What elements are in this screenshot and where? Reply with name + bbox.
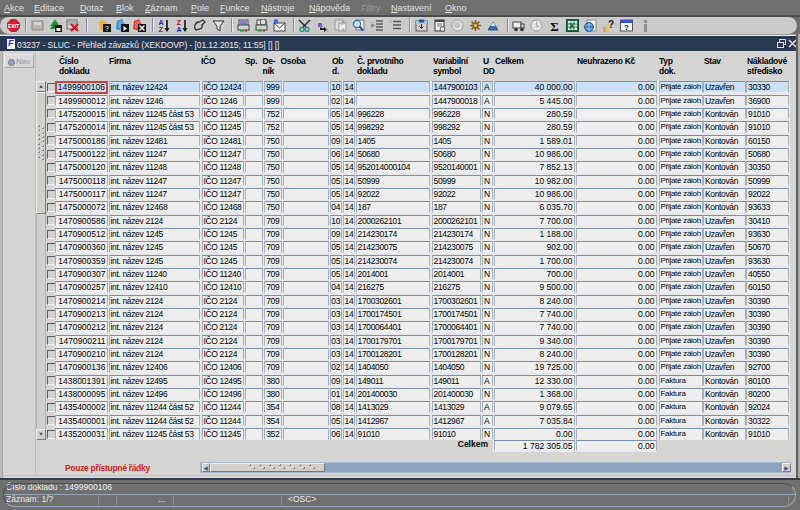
svg-text:A: A (158, 19, 163, 26)
svg-text:EXIT: EXIT (8, 23, 19, 29)
svg-text:Z: Z (177, 19, 182, 26)
svg-text:Σ: Σ (550, 19, 559, 32)
svg-text:Z: Z (159, 26, 164, 32)
svg-text:?: ? (105, 25, 109, 32)
svg-text:?: ? (624, 23, 629, 32)
svg-text:?: ? (608, 19, 614, 30)
svg-text:A: A (176, 26, 181, 32)
svg-text:a: a (325, 27, 329, 32)
